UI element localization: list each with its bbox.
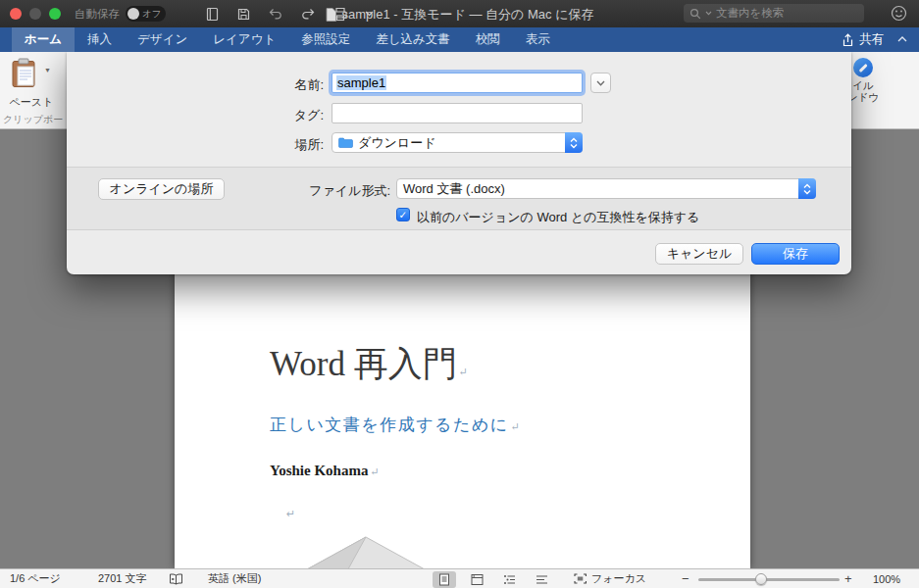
- search-field[interactable]: 文書内を検索: [684, 4, 864, 23]
- autosave-toggle[interactable]: オフ: [126, 6, 166, 22]
- notebook-icon[interactable]: [205, 7, 220, 22]
- popup-chevrons-icon: [565, 132, 583, 153]
- tab-mailings[interactable]: 差し込み文書: [363, 27, 463, 52]
- share-button[interactable]: 共有: [842, 27, 884, 52]
- language-indicator[interactable]: 英語 (米国): [208, 569, 261, 588]
- document-subtitle: 正しい文書を作成するために↵: [270, 414, 521, 436]
- downloads-folder-icon: [338, 137, 353, 148]
- paste-dropdown-caret-icon[interactable]: ▼: [44, 67, 51, 74]
- tab-home[interactable]: ホーム: [12, 27, 75, 52]
- save-icon[interactable]: [236, 7, 251, 22]
- word-count[interactable]: 2701 文字: [98, 569, 147, 588]
- clipboard-group-label: クリップボー: [3, 113, 63, 126]
- toggle-knob-icon: [128, 8, 139, 20]
- cancel-button[interactable]: キャンセル: [655, 243, 743, 265]
- autosave-label: 自動保存: [75, 7, 120, 22]
- status-bar: 1/6 ページ 2701 文字 英語 (米国) フォーカス − + 100%: [0, 568, 919, 588]
- name-label: 名前:: [67, 76, 324, 94]
- zoom-window-button[interactable]: [49, 8, 61, 20]
- tags-input[interactable]: [332, 103, 583, 123]
- dialog-divider: [67, 167, 851, 168]
- search-placeholder: 文書内を検索: [716, 6, 784, 21]
- outline-view-icon[interactable]: [497, 571, 521, 588]
- file-format-value: Word 文書 (.docx): [403, 180, 505, 198]
- view-switcher: [433, 569, 553, 588]
- paragraph-mark-icon: ↵: [511, 420, 522, 432]
- proofing-status-icon[interactable]: [169, 569, 183, 588]
- save-button[interactable]: 保存: [751, 243, 840, 265]
- share-icon: [842, 33, 854, 47]
- tab-references[interactable]: 参照設定: [288, 27, 363, 52]
- filename-input[interactable]: sample1: [332, 73, 583, 93]
- dialog-divider: [67, 229, 851, 230]
- focus-mode-button[interactable]: フォーカス: [574, 569, 646, 588]
- redo-icon[interactable]: [300, 7, 316, 21]
- filename-selected-text: sample1: [336, 75, 386, 90]
- page-indicator[interactable]: 1/6 ページ: [10, 569, 61, 588]
- popup-chevrons-icon: [798, 178, 816, 199]
- paste-clipboard-icon[interactable]: [12, 58, 37, 88]
- compatibility-label: 以前のバージョンの Word との互換性を保持する: [417, 209, 699, 226]
- file-format-popup[interactable]: Word 文書 (.docx): [396, 178, 816, 199]
- paste-button-label[interactable]: ペースト: [0, 95, 63, 110]
- styles-window-icon: [853, 58, 873, 77]
- save-dialog: 名前: sample1 タグ: 場所: ダウンロード オンラインの場所 ファイル…: [67, 52, 851, 274]
- window-title: sample1 - 互換モード — 自分の Mac に保存: [326, 6, 594, 24]
- paragraph-mark-icon: ↵: [286, 508, 295, 520]
- undo-icon[interactable]: [268, 7, 283, 21]
- search-icon: [689, 8, 701, 20]
- window-title-text: sample1 - 互換モード — 自分の Mac に保存: [342, 6, 594, 24]
- focus-label: フォーカス: [591, 571, 646, 586]
- minimize-window-button[interactable]: [29, 8, 41, 20]
- paragraph-mark-icon: ↵: [370, 466, 379, 477]
- close-window-button[interactable]: [10, 8, 22, 20]
- tab-layout[interactable]: レイアウト: [200, 27, 288, 52]
- document-title: Word 再入門↵: [270, 341, 468, 387]
- tags-label: タグ:: [67, 107, 324, 124]
- collapse-ribbon-chevron-up-icon[interactable]: [897, 36, 907, 42]
- draft-view-icon[interactable]: [530, 571, 553, 588]
- file-format-label: ファイル形式:: [133, 182, 390, 200]
- where-value: ダウンロード: [358, 134, 436, 152]
- document-author: Yoshie Kohama↵: [270, 463, 380, 479]
- compatibility-checkbox[interactable]: ✓: [396, 208, 410, 221]
- zoom-slider-thumb[interactable]: [755, 573, 767, 585]
- where-popup[interactable]: ダウンロード: [332, 132, 583, 153]
- zoom-level[interactable]: 100%: [873, 569, 900, 588]
- tab-view[interactable]: 表示: [513, 27, 563, 52]
- ribbon-tab-bar: ホーム 挿入 デザイン レイアウト 参照設定 差し込み文書 校閲 表示 共有: [0, 27, 919, 52]
- zoom-out-button[interactable]: −: [682, 569, 689, 588]
- search-scope-chevron-icon[interactable]: [705, 11, 712, 16]
- paragraph-mark-icon: ↵: [459, 366, 468, 377]
- autosave-control: 自動保存 オフ: [75, 6, 166, 22]
- window-controls: [10, 8, 61, 20]
- tab-design[interactable]: デザイン: [125, 27, 200, 52]
- focus-icon: [574, 573, 587, 584]
- feedback-smiley-icon[interactable]: [891, 5, 907, 22]
- filename-history-chevron-button[interactable]: [590, 73, 611, 93]
- document-icon: [326, 8, 336, 22]
- pyramid-shape: [273, 535, 459, 568]
- zoom-slider[interactable]: [698, 578, 840, 581]
- print-layout-view-icon[interactable]: [433, 571, 456, 588]
- tab-insert[interactable]: 挿入: [75, 27, 125, 52]
- autosave-state: オフ: [142, 8, 161, 21]
- tab-review[interactable]: 校閲: [463, 27, 513, 52]
- title-bar: 自動保存 オフ sample1 - 互換モード — 自分の Mac に保存 文書…: [0, 0, 919, 27]
- zoom-in-button[interactable]: +: [844, 569, 852, 588]
- web-layout-view-icon[interactable]: [465, 571, 488, 588]
- where-label: 場所:: [67, 136, 324, 154]
- share-label: 共有: [859, 31, 884, 48]
